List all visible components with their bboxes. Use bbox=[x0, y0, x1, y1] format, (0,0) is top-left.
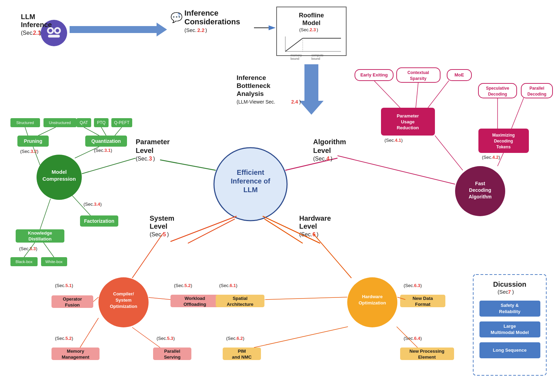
sys-level-title: System bbox=[150, 214, 174, 222]
svg-text:): ) bbox=[420, 336, 422, 341]
svg-text:6.2: 6.2 bbox=[237, 336, 243, 341]
llm-inference-title: LLM bbox=[21, 13, 35, 21]
svg-text:Serving: Serving bbox=[164, 354, 181, 360]
svg-text:): ) bbox=[499, 155, 500, 160]
svg-text:): ) bbox=[72, 283, 73, 288]
svg-text:PTQ: PTQ bbox=[97, 120, 106, 125]
svg-text:(Sec.: (Sec. bbox=[226, 336, 237, 341]
svg-text:Decoding: Decoding bbox=[527, 92, 547, 97]
svg-text:bound: bound bbox=[291, 57, 299, 60]
svg-text:(Sec.: (Sec. bbox=[19, 246, 30, 251]
svg-text:(Sec.: (Sec. bbox=[313, 156, 326, 162]
svg-text:5.2: 5.2 bbox=[65, 336, 72, 341]
svg-text:): ) bbox=[420, 283, 422, 288]
svg-text:6.4: 6.4 bbox=[414, 336, 421, 341]
svg-text:Unstructured: Unstructured bbox=[49, 121, 71, 125]
param-level-title: Parameter bbox=[136, 138, 170, 146]
svg-text:): ) bbox=[36, 246, 37, 251]
svg-text:Element: Element bbox=[418, 354, 436, 360]
svg-text:(Sec.: (Sec. bbox=[55, 283, 65, 288]
svg-text:(Sec.: (Sec. bbox=[404, 336, 414, 341]
svg-text:): ) bbox=[72, 336, 73, 341]
svg-text:): ) bbox=[401, 138, 403, 143]
svg-text:): ) bbox=[153, 156, 155, 162]
svg-text:): ) bbox=[205, 27, 207, 33]
svg-text:): ) bbox=[331, 156, 332, 162]
svg-text:2.3: 2.3 bbox=[310, 27, 316, 32]
svg-text:(Sec.: (Sec. bbox=[84, 202, 94, 207]
svg-text:Level: Level bbox=[313, 147, 331, 154]
svg-text:Spatial: Spatial bbox=[233, 296, 248, 301]
model-compression-label: Model bbox=[51, 169, 66, 175]
svg-text:Format: Format bbox=[415, 302, 431, 307]
svg-text:Bottleneck: Bottleneck bbox=[237, 82, 271, 89]
svg-text:(Sec.: (Sec. bbox=[21, 30, 34, 36]
svg-text:): ) bbox=[317, 231, 318, 237]
svg-text:): ) bbox=[100, 202, 102, 207]
svg-text:Large: Large bbox=[503, 324, 516, 329]
svg-text:compute-: compute- bbox=[311, 54, 325, 57]
svg-text:(Sec.: (Sec. bbox=[482, 155, 492, 160]
svg-text:Sparsity: Sparsity bbox=[410, 76, 427, 81]
svg-text:): ) bbox=[173, 336, 175, 341]
svg-text:): ) bbox=[512, 289, 514, 295]
quantization-label: Quantization bbox=[92, 138, 121, 144]
svg-text:5.2: 5.2 bbox=[184, 283, 191, 288]
svg-text:Distillation: Distillation bbox=[29, 236, 52, 242]
svg-text:3: 3 bbox=[149, 156, 152, 162]
considerations-icon: 💬 bbox=[170, 12, 183, 23]
factorization-label: Factorization bbox=[84, 218, 114, 224]
svg-text:Compression: Compression bbox=[42, 176, 76, 182]
svg-text:(Sec.: (Sec. bbox=[404, 283, 414, 288]
algo-level-title: Algorithm bbox=[313, 138, 346, 146]
pruning-label: Pruning bbox=[24, 138, 42, 144]
svg-text:3.1: 3.1 bbox=[104, 148, 111, 153]
svg-text:Memory: Memory bbox=[67, 349, 85, 354]
svg-text:(Sec.: (Sec. bbox=[384, 138, 395, 143]
svg-text:): ) bbox=[299, 99, 301, 105]
svg-text:4: 4 bbox=[326, 156, 329, 162]
svg-text:5.1: 5.1 bbox=[65, 283, 72, 288]
svg-text:Multimodal Model: Multimodal Model bbox=[491, 330, 529, 335]
svg-text:6.3: 6.3 bbox=[414, 283, 420, 288]
hw-level-title: Hardware bbox=[299, 214, 331, 222]
fast-decoding-label3: Algorithm bbox=[469, 194, 492, 199]
svg-text:(Sec.: (Sec. bbox=[174, 283, 184, 288]
svg-text:Hardware: Hardware bbox=[362, 294, 382, 299]
svg-text:System: System bbox=[116, 297, 132, 303]
svg-text:): ) bbox=[317, 27, 318, 32]
svg-text:Decoding: Decoding bbox=[494, 139, 513, 144]
svg-point-9 bbox=[56, 29, 59, 32]
svg-text:(Sec.: (Sec. bbox=[55, 336, 65, 341]
svg-text:Fusion: Fusion bbox=[65, 302, 80, 308]
svg-text:Q-PEFT: Q-PEFT bbox=[114, 120, 130, 125]
svg-text:Workload: Workload bbox=[185, 296, 205, 301]
svg-rect-10 bbox=[48, 35, 60, 38]
svg-text:Knowledge: Knowledge bbox=[28, 230, 52, 236]
svg-text:Parameter: Parameter bbox=[397, 113, 419, 119]
svg-text:White-box: White-box bbox=[45, 260, 63, 264]
svg-text:5: 5 bbox=[163, 231, 166, 237]
svg-text:Optimization: Optimization bbox=[110, 304, 137, 309]
svg-text:(Sec.: (Sec. bbox=[20, 149, 31, 154]
svg-text:New Processing: New Processing bbox=[410, 349, 444, 354]
svg-text:): ) bbox=[167, 231, 169, 237]
svg-text:Decoding: Decoding bbox=[488, 92, 507, 97]
svg-text:Operator: Operator bbox=[63, 296, 82, 302]
svg-text:Management: Management bbox=[62, 354, 89, 360]
svg-point-8 bbox=[49, 29, 52, 32]
svg-text:(Sec.: (Sec. bbox=[157, 336, 167, 341]
svg-text:Speculative: Speculative bbox=[486, 86, 509, 91]
svg-text:5.3: 5.3 bbox=[167, 336, 173, 341]
svg-text:Considerations: Considerations bbox=[184, 17, 240, 26]
svg-text:): ) bbox=[111, 148, 112, 153]
svg-text:(LLM-Viewer Sec.: (LLM-Viewer Sec. bbox=[237, 99, 275, 105]
center-label-2: Inference of bbox=[231, 177, 270, 185]
svg-text:QAT: QAT bbox=[80, 120, 88, 125]
svg-text:Level: Level bbox=[136, 147, 153, 154]
svg-text:PIM: PIM bbox=[238, 349, 246, 354]
svg-text:Long Sequence: Long Sequence bbox=[493, 348, 527, 353]
svg-text:?: ? bbox=[177, 12, 181, 18]
svg-text:): ) bbox=[39, 30, 41, 36]
svg-text:): ) bbox=[236, 283, 237, 288]
